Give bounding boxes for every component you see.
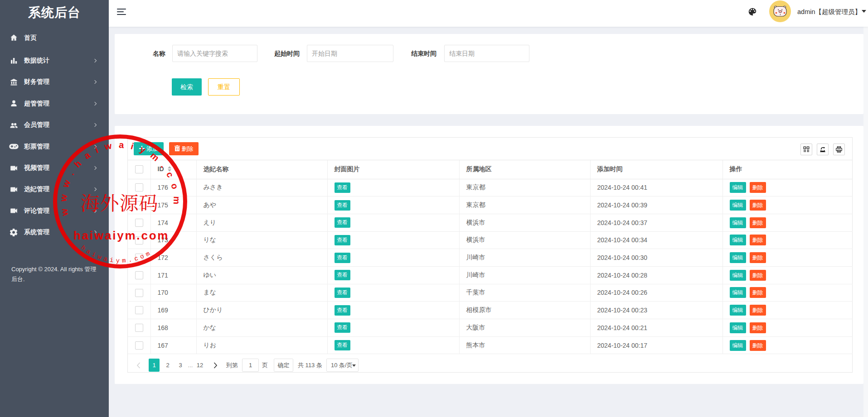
svg-text:haiwaiym.com: haiwaiym.com [73,229,169,242]
svg-text:海外源码: 海外源码 [80,193,158,214]
